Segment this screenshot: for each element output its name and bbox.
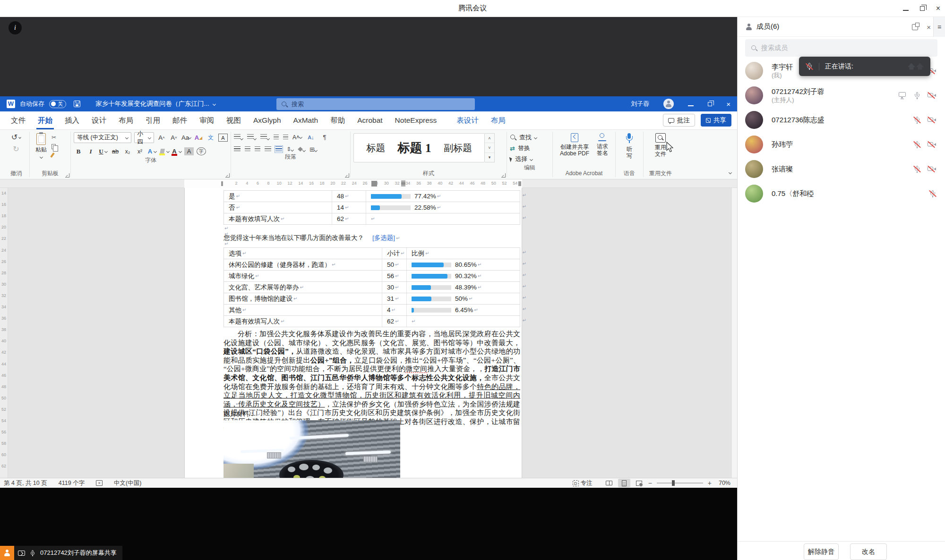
text-effects-button[interactable]: A bbox=[147, 146, 157, 156]
replace-button[interactable]: ⇄替换 bbox=[510, 144, 550, 153]
language-indicator[interactable]: 中文(中国) bbox=[114, 479, 141, 487]
document-title[interactable]: 家乡十年发展变化调查问卷（广东江门... bbox=[95, 100, 209, 108]
ceiling-photo[interactable] bbox=[223, 420, 400, 478]
autosave-toggle[interactable]: 关 bbox=[49, 100, 66, 108]
member-mic-on-icon[interactable] bbox=[913, 92, 921, 100]
web-layout-button[interactable] bbox=[633, 479, 645, 487]
sort-button[interactable]: A↓ bbox=[306, 132, 316, 142]
member-row[interactable]: 张谙璨 bbox=[738, 157, 945, 181]
clear-formatting-button[interactable]: A◢ bbox=[194, 133, 203, 143]
paragraph-dialog-launcher-icon[interactable] bbox=[345, 173, 349, 178]
select-button[interactable]: 选择 bbox=[510, 154, 550, 164]
word-search-box[interactable]: 搜索 bbox=[276, 98, 475, 110]
ruler-right-indent-marker[interactable] bbox=[518, 181, 521, 186]
styles-dialog-launcher-icon[interactable] bbox=[501, 173, 506, 178]
save-icon[interactable] bbox=[74, 101, 80, 107]
ribbon-tab-插入[interactable]: 插入 bbox=[59, 111, 86, 129]
numbering-button[interactable] bbox=[247, 134, 256, 141]
popout-panel-icon[interactable] bbox=[912, 24, 918, 30]
copy-icon[interactable] bbox=[52, 144, 56, 149]
style-entry-标题[interactable]: 标题 bbox=[366, 142, 385, 154]
restore-button[interactable] bbox=[920, 5, 925, 12]
multilevel-list-button[interactable] bbox=[260, 134, 269, 141]
ribbon-tab-开始[interactable]: 开始 bbox=[32, 111, 59, 129]
collapse-ribbon-icon[interactable] bbox=[729, 168, 731, 175]
show-marks-button[interactable]: ¶ bbox=[320, 132, 329, 142]
styles-scroll-up-icon[interactable]: ˄ bbox=[485, 134, 494, 143]
ribbon-tab-引用[interactable]: 引用 bbox=[139, 111, 166, 129]
member-camera-off-icon[interactable] bbox=[928, 92, 936, 100]
page-indicator[interactable]: 第 4 页, 共 10 页 bbox=[4, 479, 47, 487]
italic-button[interactable]: I bbox=[86, 146, 95, 156]
member-row[interactable]: 07212742刘子蓉(主持人) bbox=[738, 83, 945, 108]
request-signature-button[interactable]: 请求签名 bbox=[594, 132, 610, 157]
vertical-scrollbar[interactable] bbox=[731, 188, 737, 478]
undo-button[interactable]: ↺ bbox=[11, 132, 21, 142]
ruler-table-marker[interactable] bbox=[371, 181, 377, 187]
ribbon-tab-布局[interactable]: 布局 bbox=[112, 111, 139, 129]
close-button[interactable]: × bbox=[936, 5, 940, 12]
styles-more-icon[interactable]: ▾ bbox=[485, 153, 494, 162]
subscript-button[interactable]: x₂ bbox=[123, 146, 132, 156]
zoom-out-button[interactable]: − bbox=[648, 479, 652, 487]
font-color-button[interactable]: A bbox=[172, 146, 181, 156]
strikethrough-button[interactable]: ab bbox=[111, 146, 120, 156]
print-layout-button[interactable] bbox=[618, 479, 630, 487]
distribute-button[interactable] bbox=[275, 146, 282, 152]
underline-button[interactable]: U bbox=[98, 146, 108, 156]
ribbon-tab-视图[interactable]: 视图 bbox=[220, 111, 247, 129]
ribbon-tab-设计[interactable]: 设计 bbox=[86, 111, 112, 129]
bullets-button[interactable] bbox=[234, 134, 243, 141]
member-camera-off-icon[interactable] bbox=[928, 141, 936, 149]
zoom-slider[interactable] bbox=[657, 483, 703, 484]
ruler-indent-marker[interactable] bbox=[401, 180, 405, 187]
phonetic-guide-button[interactable]: 文 bbox=[206, 133, 215, 143]
account-name[interactable]: 刘子蓉 bbox=[631, 100, 649, 108]
ribbon-tab-NoteExpress[interactable]: NoteExpress bbox=[389, 111, 443, 129]
styles-scroll-down-icon[interactable]: ˅ bbox=[485, 143, 494, 153]
member-row[interactable]: 0.75〈舒和稏 bbox=[738, 181, 945, 206]
align-right-button[interactable] bbox=[255, 146, 260, 152]
word-restore-button[interactable] bbox=[708, 100, 712, 108]
find-button[interactable]: 查找 bbox=[510, 133, 550, 142]
enclose-character-button[interactable]: 字 bbox=[197, 147, 206, 155]
word-close-button[interactable]: × bbox=[726, 100, 730, 108]
member-camera-off-icon[interactable] bbox=[928, 165, 936, 173]
line-spacing-button[interactable]: ⇕ bbox=[286, 146, 293, 153]
context-tab-表设计[interactable]: 表设计 bbox=[450, 111, 485, 129]
close-panel-icon[interactable]: × bbox=[927, 23, 931, 31]
doc-title-dropdown-icon[interactable] bbox=[213, 102, 216, 105]
proofing-status-icon[interactable]: × bbox=[96, 480, 103, 486]
create-share-pdf-button[interactable]: 创建并共享Adobe PDF bbox=[558, 132, 592, 158]
borders-button[interactable]: ⊞ bbox=[309, 146, 317, 153]
member-camera-off-icon[interactable] bbox=[928, 116, 936, 124]
align-left-button[interactable] bbox=[234, 146, 241, 152]
cut-icon[interactable]: ✂ bbox=[52, 134, 56, 141]
unmute-button[interactable]: 解除静音 bbox=[804, 543, 839, 560]
decrease-indent-button[interactable] bbox=[274, 135, 279, 140]
comments-button[interactable]: 批注 bbox=[663, 114, 695, 127]
clipboard-dialog-launcher-icon[interactable] bbox=[65, 173, 69, 178]
word-minimize-button[interactable] bbox=[688, 100, 694, 108]
redo-button[interactable]: ↻ bbox=[11, 144, 21, 154]
zoom-in-button[interactable]: + bbox=[708, 479, 712, 487]
highlight-button[interactable]: A bbox=[160, 146, 169, 156]
format-painter-icon[interactable] bbox=[50, 153, 55, 158]
horizontal-ruler[interactable]: 2468101214161820222426283032343638404244… bbox=[0, 179, 737, 188]
context-tab-布局[interactable]: 布局 bbox=[485, 111, 512, 129]
account-avatar[interactable] bbox=[663, 99, 674, 109]
zoom-slider-thumb[interactable] bbox=[672, 480, 675, 486]
character-scale-button[interactable]: A˄ bbox=[292, 132, 302, 142]
rename-button[interactable]: 改名 bbox=[850, 543, 887, 560]
vertical-ruler[interactable]: 1416182022242628303234363840424446485052… bbox=[0, 188, 8, 478]
shrink-font-button[interactable]: A˅ bbox=[169, 133, 179, 143]
ribbon-tab-审阅[interactable]: 审阅 bbox=[193, 111, 220, 129]
panel-menu-icon[interactable]: ≡ bbox=[933, 17, 945, 37]
align-center-button[interactable] bbox=[245, 146, 250, 152]
justify-button[interactable] bbox=[265, 146, 271, 152]
ruler-left-margin-marker[interactable] bbox=[221, 181, 223, 186]
member-row[interactable]: 孙玮苧 bbox=[738, 132, 945, 157]
superscript-button[interactable]: x² bbox=[135, 146, 145, 156]
zoom-level[interactable]: 70% bbox=[712, 480, 730, 486]
font-dialog-launcher-icon[interactable] bbox=[225, 173, 230, 178]
